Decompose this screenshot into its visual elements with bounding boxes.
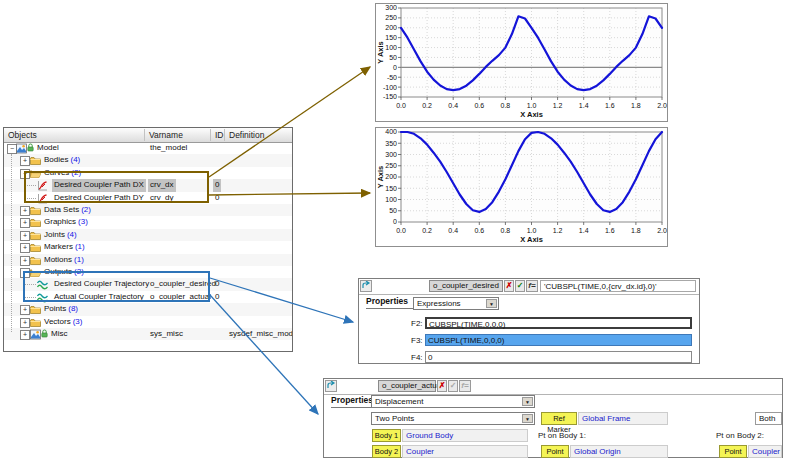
tree-header: Objects Varname ID Definition [4, 128, 292, 143]
tree-row[interactable]: +Miscsys_miscsysdef_misc_model [4, 328, 292, 340]
svg-text:Y Axis: Y Axis [376, 166, 385, 189]
svg-text:1.2: 1.2 [553, 102, 563, 109]
expressions-dropdown[interactable]: Expressions ▼ [413, 297, 499, 310]
tree-item-label: Misc [49, 328, 69, 340]
ref-marker-value[interactable]: Global Frame [578, 412, 668, 425]
svg-text:250: 250 [385, 162, 397, 169]
expand-icon[interactable]: + [20, 305, 30, 315]
function-builder-button-disabled[interactable]: f= [459, 380, 471, 392]
tree-row[interactable]: +Joints(4) [4, 229, 292, 241]
svg-text:0.2: 0.2 [422, 227, 432, 234]
svg-text:0.6: 0.6 [474, 102, 484, 109]
svg-text:2.0: 2.0 [657, 102, 667, 109]
tree-item-count: (1) [74, 255, 84, 264]
svg-text:Y Axis: Y Axis [376, 41, 385, 64]
cancel-button[interactable]: ✗ [504, 280, 514, 292]
svg-text:1.0: 1.0 [527, 227, 537, 234]
tree-row[interactable]: +Vectors(3) [4, 316, 292, 328]
tree-item-label: Data Sets(2) [42, 204, 93, 216]
expression-input[interactable]: CUBSPL(TIME,0,0,0) [425, 334, 692, 346]
apply-button-disabled[interactable]: ✓ [448, 380, 458, 392]
property-panel-desired: o_coupler_desired ✗ ✓ f= 'CUBSPL(TIME,0,… [358, 278, 700, 364]
expression-hint-field[interactable]: 'CUBSPL(TIME,0,{crv_dx.id},0)' [540, 280, 696, 292]
column-header-varname[interactable]: Varname [144, 129, 215, 141]
expand-icon[interactable]: + [20, 206, 30, 216]
chevron-down-icon[interactable]: ▼ [522, 414, 533, 423]
tree-item-count: (3) [73, 317, 83, 326]
folder-icon [30, 155, 41, 166]
ref-marker-button[interactable]: Ref Marker [541, 412, 577, 425]
column-header-definition[interactable]: Definition [224, 129, 297, 141]
panel-nav-icon[interactable] [360, 280, 372, 292]
chart-card-dx: 0.00.20.40.60.81.01.21.41.61.82.0-150-10… [375, 3, 668, 122]
expression-input[interactable]: 0 [425, 351, 692, 363]
object-name-field[interactable]: o_coupler_desired [429, 280, 503, 292]
tree-row[interactable]: −Modelthe_model [4, 142, 292, 154]
svg-text:0.6: 0.6 [474, 227, 484, 234]
body1-value[interactable]: Ground Body [402, 429, 528, 442]
tree-item-label: Model [35, 142, 61, 154]
pt-on-body1-label: Pt on Body 1: [538, 431, 586, 440]
svg-text:0.0: 0.0 [396, 227, 406, 234]
chevron-down-icon[interactable]: ▼ [522, 397, 533, 406]
tree-row[interactable]: +Points(8) [4, 303, 292, 315]
tree-item-count: (8) [68, 304, 78, 313]
svg-text:300: 300 [385, 4, 397, 11]
point2-value[interactable]: Coupler CM [748, 445, 782, 458]
point1-value[interactable]: Global Origin [570, 445, 668, 458]
tree-row[interactable]: +Data Sets(2) [4, 204, 292, 216]
cancel-button[interactable]: ✗ [437, 380, 447, 392]
tree-row[interactable]: +Bodies(4) [4, 154, 292, 166]
point2-button[interactable]: Point [719, 445, 747, 458]
model-icon [16, 143, 27, 154]
expand-icon[interactable]: + [20, 330, 30, 340]
expand-icon[interactable]: + [20, 256, 30, 266]
svg-text:50: 50 [389, 207, 397, 214]
both-field[interactable]: Both [755, 412, 782, 425]
body2-value[interactable]: Coupler [402, 445, 528, 458]
function-builder-button[interactable]: f= [526, 280, 538, 292]
object-name-field[interactable]: o_coupler_actual [378, 380, 436, 392]
tree-row[interactable]: +Graphics(3) [4, 216, 292, 228]
svg-text:150: 150 [385, 185, 397, 192]
tree-item-count: (3) [78, 217, 88, 226]
expand-icon[interactable]: + [20, 243, 30, 253]
expand-icon[interactable]: + [20, 218, 30, 228]
panel-nav-icon[interactable] [325, 380, 337, 392]
svg-text:0.2: 0.2 [422, 102, 432, 109]
expression-input[interactable]: CUBSPL(TIME,0,0,0) [425, 317, 692, 329]
tree-item-label: Joints(4) [42, 229, 79, 241]
folder-icon [30, 230, 41, 241]
body2-button[interactable]: Body 2 [372, 445, 401, 458]
svg-text:-100: -100 [383, 84, 397, 91]
tree-item-label: Markers(1) [42, 241, 87, 253]
apply-button[interactable]: ✓ [515, 280, 525, 292]
measure-type-dropdown[interactable]: Displacement ▼ [371, 395, 535, 408]
tree-row[interactable]: +Motions(1) [4, 254, 292, 266]
body1-button[interactable]: Body 1 [372, 429, 401, 442]
tree-item-label: Bodies(4) [42, 154, 82, 166]
column-header-objects[interactable]: Objects [4, 129, 148, 141]
expand-icon[interactable]: + [20, 318, 30, 328]
svg-text:-50: -50 [387, 74, 397, 81]
highlight-box-outputs [23, 271, 210, 302]
mode-dropdown[interactable]: Two Points ▼ [371, 412, 535, 425]
panel-actual-topbar: o_coupler_actual ✗ ✓ f= [324, 379, 782, 395]
point1-button[interactable]: Point [541, 445, 569, 458]
tree-item-label: Graphics(3) [42, 216, 90, 228]
svg-text:1.8: 1.8 [631, 227, 641, 234]
svg-text:0: 0 [393, 218, 397, 225]
object-browser-panel: Objects Varname ID Definition −Modelthe_… [3, 127, 293, 352]
svg-text:1.8: 1.8 [631, 102, 641, 109]
property-panel-actual: o_coupler_actual ✗ ✓ f= Properties Displ… [323, 378, 783, 458]
svg-text:100: 100 [385, 44, 397, 51]
expand-icon[interactable]: + [20, 231, 30, 241]
chevron-down-icon[interactable]: ▼ [486, 299, 497, 308]
expression-row-label: F4: [411, 353, 425, 362]
curved-arrow-icon [361, 281, 371, 291]
tree-item-id: 0 [213, 192, 221, 204]
expressions-dropdown-value: Expressions [417, 299, 461, 308]
expand-icon[interactable]: + [20, 156, 30, 166]
tree-row[interactable]: +Markers(1) [4, 241, 292, 253]
tree-item-label: Vectors(3) [42, 316, 84, 328]
